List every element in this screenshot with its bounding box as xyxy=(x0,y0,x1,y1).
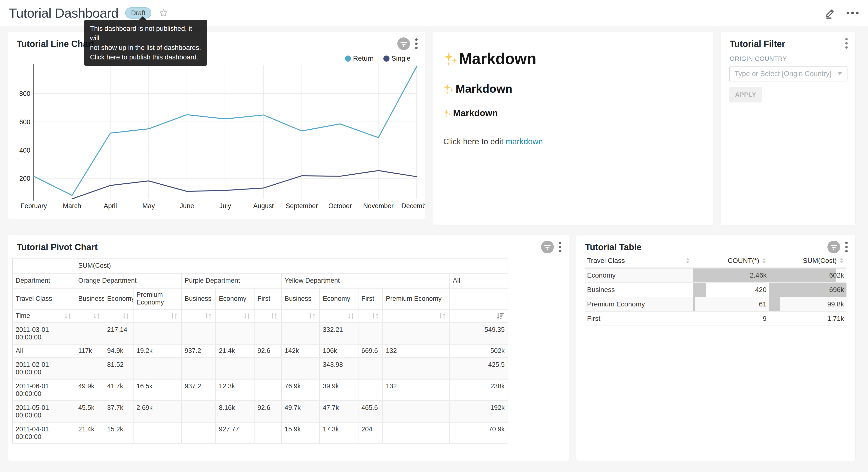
pivot-value-cell: 465.6 xyxy=(358,401,383,422)
svg-text:June: June xyxy=(180,202,194,210)
svg-text:May: May xyxy=(142,202,155,210)
pivot-chart-title[interactable]: Tutorial Pivot Chart xyxy=(17,242,98,253)
header-actions xyxy=(825,0,859,26)
pivot-value-cell: 92.6 xyxy=(254,344,281,358)
sort-icon[interactable] xyxy=(270,312,278,320)
pivot-row-label: 2011-05-01 00:00:00 xyxy=(12,401,75,422)
data-table-wrap: Travel Class COUNT(*) SUM(Cost) xyxy=(585,254,846,326)
pivot-sort-cell xyxy=(383,309,450,323)
table-row[interactable]: First91.71k xyxy=(585,312,846,326)
page-title: Tutorial Dashboard xyxy=(9,5,118,21)
sort-icon[interactable] xyxy=(64,312,72,320)
pivot-class-header: Economy xyxy=(104,288,133,309)
table-value-cell: 1.71k xyxy=(769,312,846,326)
sort-icon[interactable] xyxy=(243,312,251,320)
pivot-value-cell xyxy=(181,401,216,422)
pivot-value-cell: 217.14 xyxy=(104,323,133,344)
pivot-value-cell xyxy=(75,323,104,344)
legend-item-single[interactable]: Single xyxy=(383,55,410,62)
pivot-colgroup-header: Yellow Department xyxy=(281,273,450,288)
sort-icon[interactable] xyxy=(170,312,178,320)
column-header-sum-cost[interactable]: SUM(Cost) xyxy=(769,254,846,268)
svg-text:February: February xyxy=(21,202,47,210)
sort-icon[interactable] xyxy=(347,312,355,320)
origin-country-select[interactable]: Type or Select [Origin Country] xyxy=(729,66,847,82)
svg-text:600: 600 xyxy=(19,118,30,126)
table-value-cell: 61 xyxy=(693,297,769,312)
kebab-menu-icon[interactable] xyxy=(559,241,562,253)
sort-icon[interactable] xyxy=(204,312,213,320)
pivot-value-cell: 15.9k xyxy=(281,422,319,444)
sort-desc-active-icon[interactable] xyxy=(496,312,505,320)
sort-caret-icon xyxy=(839,257,844,264)
markdown-h2-text: Markdown xyxy=(456,82,512,95)
table-title[interactable]: Tutorial Table xyxy=(585,242,642,253)
pivot-value-cell xyxy=(254,379,281,401)
favorite-star-icon[interactable] xyxy=(159,8,168,18)
draft-badge[interactable]: Draft xyxy=(125,7,151,19)
data-table: Travel Class COUNT(*) SUM(Cost) xyxy=(585,254,846,326)
kebab-menu-icon[interactable] xyxy=(415,38,418,50)
legend-label: Return xyxy=(353,55,374,62)
pivot-value-cell: 343.98 xyxy=(319,358,358,379)
sort-icon[interactable] xyxy=(92,312,101,320)
apply-button[interactable]: APPLY xyxy=(729,87,762,102)
pivot-value-cell: 16.5k xyxy=(133,379,181,401)
filter-panel-title: Tutorial Filter xyxy=(730,39,785,49)
pivot-value-cell: 332.21 xyxy=(319,323,358,344)
pivot-value-cell: 70.9k xyxy=(450,422,508,444)
pivot-sort-cell xyxy=(358,309,383,323)
pivot-sort-cell xyxy=(281,309,319,323)
table-panel: Tutorial Table Travel Class xyxy=(576,235,855,461)
table-row-label: Business xyxy=(585,283,693,297)
cross-filter-badge-icon[interactable] xyxy=(397,37,410,50)
pivot-value-cell: 669.6 xyxy=(358,344,383,358)
markdown-content: Markdown Markdown Markdown Click here to… xyxy=(433,32,713,146)
svg-text:August: August xyxy=(253,202,274,210)
pivot-class-header xyxy=(450,288,508,309)
sort-icon[interactable] xyxy=(308,312,316,320)
table-value-cell: 420 xyxy=(693,283,769,297)
table-value-cell: 602k xyxy=(769,268,846,283)
pivot-sort-cell xyxy=(254,309,281,323)
table-row[interactable]: Premium Economy6199.8k xyxy=(585,297,846,312)
legend-item-return[interactable]: Return xyxy=(345,55,374,62)
pivot-value-cell xyxy=(383,323,450,344)
pivot-sort-cell xyxy=(133,309,181,323)
more-horiz-icon[interactable] xyxy=(846,10,859,16)
pivot-value-cell xyxy=(358,379,383,401)
sort-icon[interactable] xyxy=(438,312,446,320)
pivot-class-header: Business xyxy=(181,288,216,309)
filter-field-label: ORIGIN COUNTRY xyxy=(730,55,787,63)
pivot-class-header: Business xyxy=(75,288,104,309)
pivot-value-cell: 12.3k xyxy=(216,379,254,401)
cross-filter-badge-icon[interactable] xyxy=(541,241,554,254)
markdown-edit-link[interactable]: markdown xyxy=(506,137,543,146)
select-placeholder: Type or Select [Origin Country] xyxy=(735,70,836,78)
pivot-time-header: Time xyxy=(12,309,75,323)
chevron-down-icon xyxy=(838,72,842,75)
table-row[interactable]: Business420696k xyxy=(585,283,846,297)
markdown-h3: Markdown xyxy=(443,108,703,118)
kebab-menu-icon[interactable] xyxy=(845,37,848,49)
column-header-count[interactable]: COUNT(*) xyxy=(693,254,769,268)
table-value-cell: 99.8k xyxy=(769,297,846,312)
pivot-value-cell: 132 xyxy=(383,379,450,401)
sort-caret-icon xyxy=(762,257,767,264)
pivot-row-label: 2011-04-01 00:00:00 xyxy=(12,422,75,444)
cross-filter-badge-icon[interactable] xyxy=(828,241,840,254)
pivot-rowdim-header: Department xyxy=(12,273,75,288)
pivot-value-cell: 94.9k xyxy=(104,344,133,358)
pivot-value-cell xyxy=(181,422,216,444)
column-header-travel-class[interactable]: Travel Class xyxy=(585,254,693,268)
svg-text:March: March xyxy=(63,202,81,210)
svg-text:800: 800 xyxy=(19,90,30,97)
table-row[interactable]: Economy2.46k602k xyxy=(585,268,846,283)
sort-icon[interactable] xyxy=(122,312,130,320)
sort-icon[interactable] xyxy=(371,312,379,320)
panel-actions xyxy=(845,37,848,49)
edit-pencil-icon[interactable] xyxy=(825,7,836,19)
pivot-class-header: Economy xyxy=(319,288,358,309)
kebab-menu-icon[interactable] xyxy=(845,241,848,253)
markdown-panel[interactable]: Markdown Markdown Markdown Click here to… xyxy=(433,32,713,225)
